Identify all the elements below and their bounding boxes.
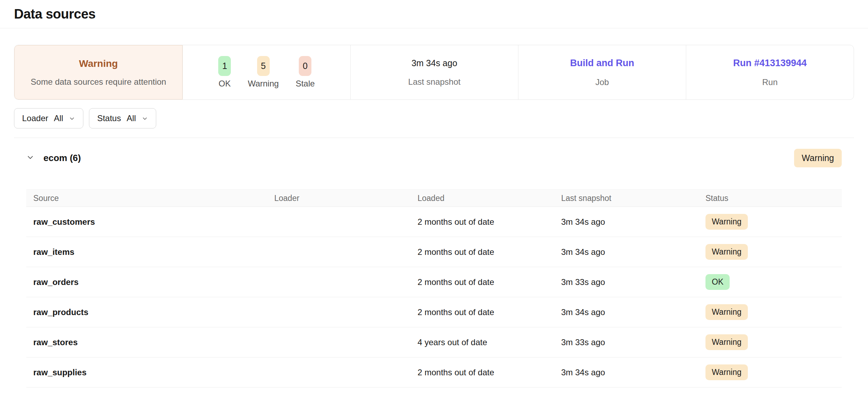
last-snapshot-label: Last snapshot (408, 77, 460, 87)
filter-bar: Loader All Status All (14, 108, 854, 128)
status-badge: Warning (705, 364, 748, 380)
source-name: raw_products (26, 307, 274, 317)
status-cell: Warning (705, 244, 842, 260)
app-header: Data sources (0, 0, 868, 28)
last-snapshot-card: 3m 34s ago Last snapshot (350, 45, 518, 99)
table-row[interactable]: raw_orders 2 months out of date 3m 33s a… (26, 267, 842, 297)
table-row[interactable]: raw_customers 2 months out of date 3m 34… (26, 207, 842, 237)
loaded-cell: 2 months out of date (418, 277, 561, 287)
table-row[interactable]: raw_products 2 months out of date 3m 34s… (26, 297, 842, 327)
count-stale: 0 Stale (296, 56, 315, 89)
status-badge: OK (705, 274, 730, 290)
overall-status-subtitle: Some data sources require attention (31, 77, 166, 87)
status-cell: Warning (705, 334, 842, 350)
job-link[interactable]: Build and Run (570, 58, 634, 69)
divider (14, 138, 854, 138)
group-header[interactable]: ecom (6) Warning (26, 148, 842, 168)
loader-filter-label: Loader (22, 113, 48, 123)
source-name: raw_customers (26, 217, 274, 227)
column-header-loaded: Loaded (418, 194, 561, 203)
chevron-down-icon (26, 153, 34, 162)
status-cell: Warning (705, 214, 842, 230)
status-badge: Warning (705, 334, 748, 350)
last-snapshot-cell: 3m 34s ago (561, 307, 705, 317)
loaded-cell: 2 months out of date (418, 247, 561, 257)
last-snapshot-cell: 3m 34s ago (561, 368, 705, 377)
table-header-row: Source Loader Loaded Last snapshot Statu… (26, 189, 842, 207)
loader-filter-value: All (54, 113, 63, 123)
stale-count-label: Stale (296, 79, 315, 89)
status-cell: Warning (705, 364, 842, 380)
column-header-last-snapshot: Last snapshot (561, 194, 705, 203)
group-name: ecom (6) (43, 153, 81, 163)
status-badge: Warning (705, 304, 748, 320)
group-ecom: ecom (6) Warning Source Loader Loaded La… (26, 148, 842, 388)
ok-count-label: OK (219, 79, 231, 89)
page-title: Data sources (14, 7, 96, 22)
column-header-status: Status (705, 194, 842, 203)
status-badge: Warning (705, 214, 748, 230)
sources-table: Source Loader Loaded Last snapshot Statu… (26, 189, 842, 388)
overall-status-title: Warning (79, 58, 118, 69)
main-content: Warning Some data sources require attent… (0, 45, 868, 388)
loaded-cell: 4 years out of date (418, 337, 561, 347)
source-name: raw_supplies (26, 368, 274, 377)
job-label: Job (595, 77, 609, 87)
status-filter-value: All (126, 113, 136, 123)
loader-filter-dropdown[interactable]: Loader All (14, 108, 83, 128)
status-counts: 1 OK 5 Warning 0 Stale (182, 45, 350, 99)
status-filter-dropdown[interactable]: Status All (89, 108, 156, 128)
status-cell: OK (705, 274, 842, 290)
run-label: Run (762, 77, 778, 87)
collapse-group-button[interactable] (26, 153, 34, 162)
count-warning: 5 Warning (248, 56, 278, 89)
warning-count-pill: 5 (257, 56, 270, 76)
summary-card: Warning Some data sources require attent… (14, 45, 854, 100)
table-row[interactable]: raw_supplies 2 months out of date 3m 34s… (26, 357, 842, 388)
ok-count-pill: 1 (218, 56, 231, 76)
column-header-source: Source (26, 194, 274, 203)
status-cell: Warning (705, 304, 842, 320)
last-snapshot-cell: 3m 33s ago (561, 337, 705, 347)
source-name: raw_stores (26, 337, 274, 347)
count-ok: 1 OK (218, 56, 231, 89)
last-snapshot-cell: 3m 34s ago (561, 247, 705, 257)
last-snapshot-cell: 3m 33s ago (561, 277, 705, 287)
column-header-loader: Loader (274, 194, 418, 203)
status-filter-label: Status (97, 113, 121, 123)
loaded-cell: 2 months out of date (418, 307, 561, 317)
table-row[interactable]: raw_items 2 months out of date 3m 34s ag… (26, 237, 842, 267)
chevron-down-icon (69, 115, 75, 122)
loaded-cell: 2 months out of date (418, 217, 561, 227)
source-name: raw_orders (26, 277, 274, 287)
chevron-down-icon (142, 115, 148, 122)
warning-count-label: Warning (248, 79, 278, 89)
run-card: Run #413139944 Run (686, 45, 854, 99)
run-link[interactable]: Run #413139944 (733, 58, 807, 69)
source-name: raw_items (26, 247, 274, 257)
stale-count-pill: 0 (299, 56, 311, 76)
overall-status-card: Warning Some data sources require attent… (14, 45, 182, 99)
group-status-badge: Warning (794, 149, 842, 167)
last-snapshot-value: 3m 34s ago (412, 58, 457, 68)
job-card: Build and Run Job (518, 45, 686, 99)
table-row[interactable]: raw_stores 4 years out of date 3m 33s ag… (26, 327, 842, 357)
loaded-cell: 2 months out of date (418, 368, 561, 377)
status-badge: Warning (705, 244, 748, 260)
last-snapshot-cell: 3m 34s ago (561, 217, 705, 227)
